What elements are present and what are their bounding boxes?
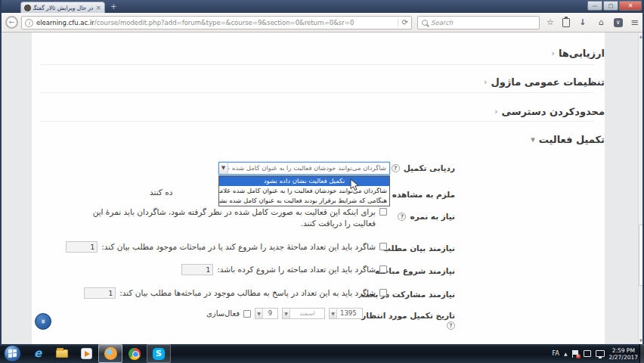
downloads-icon[interactable]: ↓ <box>577 17 589 29</box>
enable-label: فعال‌سازی <box>206 309 240 319</box>
section-common-module-settings[interactable]: تنظیمات عمومی ماژول‹ <box>32 74 605 86</box>
moodle-favicon-icon <box>24 5 31 11</box>
require-grade-checkbox[interactable] <box>379 208 387 216</box>
select-arrow-icon[interactable]: ▼ <box>255 309 263 318</box>
section-divider <box>41 92 594 93</box>
completion-tracking-select[interactable]: ▼ شاگردان می‌توانند خودشان فعالیت را به … <box>218 162 390 175</box>
selected-option: شاگردان می‌توانند خودشان فعالیت را به عن… <box>228 163 389 174</box>
search-icon <box>422 20 428 26</box>
require-replies-checkbox[interactable] <box>379 289 387 296</box>
section-label: تنظیمات عمومی ماژول <box>491 76 605 88</box>
network-display-icon[interactable] <box>596 350 605 357</box>
select-arrow-icon[interactable]: ▼ <box>219 163 228 174</box>
section-label: تکمیل فعالیت <box>539 134 605 145</box>
taskbar-explorer-button[interactable] <box>50 344 74 363</box>
system-tray: FA ▲ ✕ 2:59 PM 2/27/2017 <box>553 344 638 363</box>
section-divider <box>41 121 594 122</box>
url-domain: elearning.cfu.ac.ir <box>36 19 94 26</box>
dropdown-option[interactable]: هنگامی که شرایط برقرار بودند فعالیت به ع… <box>219 196 389 206</box>
taskbar-skype-button[interactable]: S <box>147 344 171 363</box>
pocket-icon[interactable]: ∨ <box>614 18 623 27</box>
browser-navbar: ← i elearning.cfu.ac.ir/course/modedit.p… <box>0 13 644 33</box>
window-controls: — ▢ ✕ <box>587 1 642 11</box>
year-select[interactable]: ▼1395 <box>329 308 363 319</box>
mouse-cursor <box>350 178 361 192</box>
require-discussions-input[interactable] <box>181 264 213 275</box>
bookmarks-list-icon[interactable] <box>562 18 570 27</box>
day-select[interactable]: ▼9 <box>255 308 278 319</box>
taskbar-chrome-button[interactable] <box>122 344 147 363</box>
require-view-text-fragment: ده کنند <box>150 188 172 197</box>
browser-tab[interactable]: در حال ویرایش تالار گفتگو × <box>20 2 105 13</box>
home-icon[interactable]: ⌂ <box>595 17 607 29</box>
moodle-form-content: ارزیابی‌ها‹ تنظیمات عمومی ماژول‹ محدودکر… <box>32 33 605 344</box>
require-replies-field: شاگرد باید به این تعداد در پاسخ به مطالب… <box>84 287 387 299</box>
media-player-icon <box>81 348 92 359</box>
expected-date-field: ▼1395 ▼اسفند ▼9 فعال‌سازی <box>206 308 363 319</box>
reload-icon[interactable]: ⟳ <box>398 19 408 26</box>
show-desktop-button[interactable] <box>639 344 644 363</box>
help-icon[interactable]: ? <box>398 213 406 221</box>
select-arrow-icon[interactable]: ▼ <box>330 309 337 318</box>
scroll-to-top-button[interactable]: « <box>35 313 51 330</box>
tab-close-icon[interactable]: × <box>95 5 101 11</box>
windows-logo-icon <box>8 349 17 358</box>
completion-tracking-label: ردیابی تکمیل ? <box>392 163 455 172</box>
tray-clock[interactable]: 2:59 PM 2/27/2017 <box>609 347 638 361</box>
require-posts-checkbox[interactable] <box>379 243 387 250</box>
month-select[interactable]: ▼اسفند <box>282 308 325 319</box>
tray-time: 2:59 PM <box>612 347 635 354</box>
taskbar-ie-button[interactable]: e <box>26 344 50 363</box>
new-tab-button[interactable]: + <box>110 2 116 11</box>
hidden-icons-chevron-icon[interactable]: ▲ <box>564 351 568 356</box>
folder-icon <box>56 349 68 358</box>
section-activity-completion[interactable]: تکمیل فعالیت▾ <box>32 132 605 144</box>
help-icon[interactable]: ? <box>392 164 400 172</box>
removable-media-icon[interactable] <box>584 350 591 357</box>
require-discussions-field: شاگرد باید این تعداد مباحثه را شروع کرده… <box>181 264 387 275</box>
require-view-label: ملزم به مشاهده <box>392 190 455 199</box>
toolbar-icons: ☆ ↓ ⌂ ∨ ≡ <box>544 16 641 29</box>
internet-explorer-icon: e <box>34 348 42 359</box>
section-label: محدودکردن دسترسی <box>502 106 605 117</box>
dropdown-option[interactable]: شاگردان می‌توانند خودشان فعالیت را به عن… <box>219 186 389 196</box>
select-arrow-icon[interactable]: ▼ <box>283 309 290 318</box>
require-discussions-checkbox[interactable] <box>379 265 387 273</box>
help-icon[interactable]: ? <box>447 321 455 330</box>
back-button[interactable]: ← <box>5 16 18 29</box>
require-replies-input[interactable] <box>84 287 116 299</box>
bookmark-star-icon[interactable]: ☆ <box>544 17 556 29</box>
tab-title: در حال ویرایش تالار گفتگو <box>33 5 93 11</box>
require-discussions-description: شاگرد باید این تعداد مباحثه را شروع کرده… <box>217 264 376 275</box>
require-posts-field: شاگرد باید این تعداد مباحثهٔ جدید را شرو… <box>66 241 387 253</box>
chevron-collapsed-icon: ‹ <box>494 107 497 116</box>
close-button[interactable]: ✕ <box>619 1 642 11</box>
browser-titlebar: در حال ویرایش تالار گفتگو × + — ▢ ✕ <box>0 0 644 13</box>
completion-tracking-dropdown: تکمیل فعالیت نشان داده نشود شاگردان می‌ت… <box>218 175 390 206</box>
firefox-icon <box>104 347 117 360</box>
enable-date-checkbox[interactable] <box>243 310 251 318</box>
language-indicator[interactable]: FA <box>553 350 559 357</box>
url-text[interactable]: elearning.cfu.ac.ir/course/modedit.php?a… <box>36 19 395 26</box>
menu-icon[interactable]: ≡ <box>629 17 641 29</box>
page-background: ارزیابی‌ها‹ تنظیمات عمومی ماژول‹ محدودکر… <box>0 33 644 344</box>
start-button[interactable] <box>4 345 21 362</box>
chrome-icon <box>128 348 141 360</box>
minimize-button[interactable]: — <box>587 1 602 11</box>
require-replies-description: شاگرد باید به این تعداد در پاسخ به مطالب… <box>119 287 376 299</box>
section-restrict-access[interactable]: محدودکردن دسترسی‹ <box>32 104 605 116</box>
require-posts-description: شاگرد باید این تعداد مباحثهٔ جدید را شرو… <box>101 241 376 253</box>
taskbar-media-player-button[interactable] <box>74 344 98 363</box>
section-grades[interactable]: ارزیابی‌ها‹ <box>32 45 605 57</box>
require-posts-input[interactable] <box>66 241 98 253</box>
search-bar[interactable]: Search <box>417 16 540 29</box>
desktop-screen: در حال ویرایش تالار گفتگو × + — ▢ ✕ ← i … <box>0 0 644 363</box>
dropdown-option[interactable]: تکمیل فعالیت نشان داده نشود <box>219 176 389 186</box>
site-info-icon[interactable]: i <box>25 19 33 27</box>
taskbar-firefox-button[interactable] <box>98 344 122 363</box>
require-grade-label: نیاز به نمره ? <box>398 212 455 221</box>
window-border-left <box>0 0 2 344</box>
action-center-flag-icon[interactable]: ✕ <box>572 350 579 358</box>
maximize-button[interactable]: ▢ <box>603 1 618 11</box>
address-bar[interactable]: i elearning.cfu.ac.ir/course/modedit.php… <box>21 16 412 29</box>
